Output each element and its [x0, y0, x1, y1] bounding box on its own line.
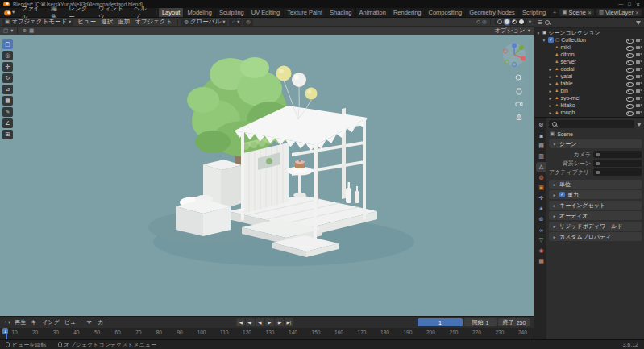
mode-selector[interactable]: ▣ オブジェクトモード ▾	[2, 19, 73, 26]
field-input[interactable]	[593, 151, 642, 158]
disable-render-icon[interactable]	[635, 88, 642, 94]
search-icon[interactable]	[545, 19, 551, 26]
timeline-ruler[interactable]: 1 10203040506070809010011012013014015016…	[0, 328, 534, 339]
frame-start-field[interactable]: 開始 1	[464, 318, 497, 326]
tab-tool[interactable]: ⚙	[536, 120, 546, 130]
viewport-canvas[interactable]	[0, 35, 534, 316]
menu-item[interactable]: ウィンドウ	[95, 8, 131, 17]
workspace-tab-shading[interactable]: Shading	[326, 8, 356, 17]
menu-item[interactable]: 編集	[48, 8, 65, 17]
tab-physics[interactable]: ⊚	[536, 214, 546, 224]
item-name[interactable]: server	[560, 59, 575, 64]
chevron-down-icon[interactable]: ▾	[529, 19, 531, 25]
unlink-viewlayer-icon[interactable]: ✕	[635, 10, 639, 15]
cursor-settings-icon[interactable]: ⊕	[22, 28, 26, 34]
wireframe-shading-button[interactable]	[497, 19, 502, 24]
hide-viewport-icon[interactable]	[625, 88, 633, 94]
disable-render-icon[interactable]	[635, 102, 642, 109]
expand-arrow-icon[interactable]: ▸	[548, 81, 553, 86]
hide-viewport-icon[interactable]	[625, 73, 633, 80]
item-name[interactable]: miki	[560, 44, 570, 50]
hide-viewport-icon[interactable]	[625, 66, 633, 73]
workspace-tab-scripting[interactable]: Scripting	[519, 8, 550, 17]
expand-arrow-icon[interactable]: ▸	[548, 103, 553, 108]
blender-menu-button[interactable]: ▾	[0, 8, 18, 17]
hide-viewport-icon[interactable]	[625, 59, 633, 65]
expand-arrow-icon[interactable]: ▸	[548, 110, 553, 115]
tab-render[interactable]: ◙	[536, 131, 546, 140]
jump-to-end-button[interactable]: ▶|	[285, 318, 293, 326]
chevron-down-icon[interactable]: ▾	[10, 28, 13, 34]
section-units[interactable]: ▸ 単位	[549, 180, 642, 189]
outliner-row-table[interactable]: ▸ ▲ table	[534, 80, 644, 87]
tab-output[interactable]: ▤	[536, 141, 546, 151]
workspace-tab-layout[interactable]: Layout	[159, 8, 185, 17]
field-input[interactable]	[593, 168, 642, 176]
disable-render-icon[interactable]	[635, 73, 642, 80]
tab-material[interactable]: ◉	[536, 246, 546, 256]
outliner-row-syomei[interactable]: ▸ ▲ syo-mei	[534, 94, 644, 102]
active-tool-icon[interactable]: ▢	[3, 28, 8, 34]
hide-viewport-icon[interactable]	[625, 44, 633, 51]
section-custom-properties[interactable]: ▸ カスタムプロパティ	[549, 232, 642, 241]
tab-object-data[interactable]: ▽	[536, 235, 546, 245]
expand-arrow-icon[interactable]: ▸	[548, 96, 553, 101]
item-name[interactable]: bin	[560, 88, 567, 93]
workspace-tab-modeling[interactable]: Modeling	[184, 8, 215, 17]
timeline-menu-item[interactable]: マーカー	[84, 318, 111, 326]
pan-hand-icon[interactable]	[515, 87, 523, 95]
menu-item[interactable]: レンダー	[65, 8, 95, 17]
section-keying-sets[interactable]: ▸ キーイングセット	[549, 201, 642, 210]
current-frame-field[interactable]: 1	[418, 318, 463, 326]
expand-arrow-icon[interactable]: ▸	[548, 74, 553, 79]
expand-arrow-icon[interactable]: ▾	[536, 31, 541, 35]
workspace-tab-geometry-nodes[interactable]: Geometry Nodes	[466, 8, 519, 17]
tab-constraints[interactable]: ∞	[536, 225, 546, 235]
timeline-menu-item[interactable]: 再生	[12, 318, 28, 326]
jump-prev-keyframe-button[interactable]: ◀·	[246, 318, 255, 326]
material-preview-button[interactable]	[512, 19, 517, 24]
outliner-row-kitako[interactable]: ▸ ▲ kitako	[534, 102, 644, 109]
rotate-tool[interactable]: ↻	[2, 73, 13, 83]
item-name[interactable]: syo-mei	[560, 95, 580, 101]
tab-world[interactable]: ◍	[536, 172, 546, 182]
grid-settings-icon[interactable]: ▦	[29, 28, 34, 34]
viewport-3d[interactable]: ▢◎✛↻⊿▦✎∠⊞	[0, 35, 534, 316]
disable-render-icon[interactable]	[635, 110, 642, 116]
frame-end-field[interactable]: 終了 250	[498, 318, 530, 326]
hide-viewport-icon[interactable]	[625, 81, 633, 87]
item-name[interactable]: citron	[560, 52, 574, 57]
add-workspace-button[interactable]: +	[550, 8, 559, 17]
jump-next-keyframe-button[interactable]: ·▶	[275, 318, 284, 326]
hide-viewport-icon[interactable]	[625, 102, 633, 109]
outliner-row-rough[interactable]: ▸ ▲ rough	[534, 109, 644, 116]
disable-render-icon[interactable]	[635, 44, 642, 51]
play-button[interactable]: ▶	[265, 318, 274, 326]
outliner-row-miki[interactable]: ▲ miki	[534, 44, 644, 51]
disable-render-icon[interactable]	[635, 37, 642, 44]
viewport-menu-item[interactable]: ビュー	[75, 18, 98, 26]
snap-toggle[interactable]: ∩ ▾	[229, 19, 242, 26]
outliner-row-server[interactable]: ▲ server	[534, 58, 644, 65]
disable-render-icon[interactable]	[635, 52, 642, 58]
show-gizmo-icon[interactable]: ◇	[476, 19, 480, 25]
hide-viewport-icon[interactable]	[625, 95, 633, 102]
viewport-menu-item[interactable]: 選択	[98, 18, 115, 26]
expand-arrow-icon[interactable]: ▸	[548, 67, 553, 72]
unlink-scene-icon[interactable]: ✕	[588, 10, 592, 15]
workspace-tab-compositing[interactable]: Compositing	[425, 8, 466, 17]
hide-viewport-icon[interactable]	[625, 110, 633, 116]
move-tool[interactable]: ✛	[2, 62, 13, 72]
viewport-menu-item[interactable]: 追加	[115, 18, 132, 26]
options-dropdown[interactable]: オプション	[494, 27, 525, 35]
filter-icon[interactable]	[636, 21, 641, 25]
maximize-button[interactable]: □	[628, 2, 631, 7]
transform-orientation-selector[interactable]: ◍ グローバル ▾	[181, 19, 227, 26]
chevron-down-icon[interactable]: ▾	[8, 320, 10, 326]
collection-checkbox[interactable]	[548, 37, 554, 43]
item-name[interactable]: table	[560, 81, 572, 86]
filter-icon[interactable]	[637, 123, 642, 127]
display-mode-icon[interactable]: ☰	[538, 20, 542, 26]
section-audio[interactable]: ▸ オーディオ	[549, 211, 642, 220]
workspace-tab-texture-paint[interactable]: Texture Paint	[284, 8, 326, 17]
